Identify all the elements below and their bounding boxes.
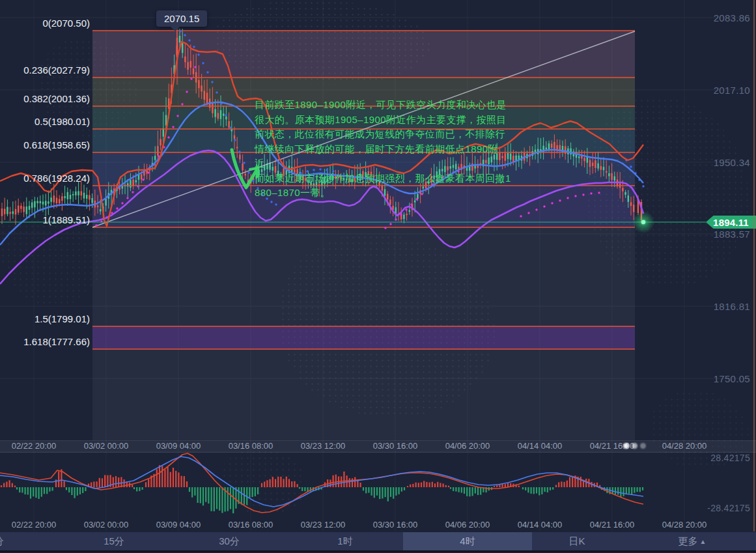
time-axis-label: 04/14 04:00: [518, 442, 563, 451]
fib-level-label: 0.236(2027.79): [23, 65, 90, 77]
time-axis-label: 02/22 20:00: [12, 442, 57, 451]
fib-level-label: 0.618(1958.65): [23, 140, 90, 152]
macd-max-label: 28.42175: [710, 453, 750, 462]
time-axis-label: 03/02 00:00: [84, 442, 129, 451]
time-axis-label: 03/16 08:00: [229, 442, 273, 451]
fib-level-label: 0.5(1980.01): [35, 117, 90, 128]
price-axis-label: 2083.86: [714, 13, 750, 23]
current-price-badge: 1894.11: [706, 215, 756, 229]
time-axis-label: 04/06 20:00: [445, 520, 490, 530]
peak-price-tooltip: 2070.15: [156, 10, 207, 27]
time-axis-label: 04/14 04:00: [518, 520, 563, 530]
time-axis-label: 03/23 12:00: [301, 520, 346, 530]
more-menu-button[interactable]: 更多 ▲: [672, 532, 713, 550]
fib-level-label: 1(1889.51): [42, 215, 90, 227]
price-axis-label: 1883.57: [714, 229, 750, 239]
fib-level-label: 0(2070.50): [42, 18, 90, 30]
time-axis-label: 04/06 20:00: [445, 442, 490, 451]
time-axis-label: 03/30 16:00: [373, 520, 418, 530]
price-chart-canvas[interactable]: [0, 0, 756, 553]
price-axis-label: 1750.05: [714, 374, 750, 384]
timeframe-tab-clipped[interactable]: 分: [0, 532, 7, 550]
timeframe-tab-30分[interactable]: 30分: [212, 532, 246, 550]
loading-indicator: [623, 441, 651, 450]
chevron-up-icon: ▲: [700, 538, 707, 545]
time-axis-label: 03/30 16:00: [373, 442, 418, 451]
time-axis-label: 04/28 20:00: [662, 442, 707, 451]
timeframe-tab-1时[interactable]: 1时: [331, 532, 359, 550]
price-axis-label: 1816.81: [714, 302, 750, 311]
trading-chart-app: 0(2070.50)0.236(2027.79)0.382(2001.36)0.…: [0, 0, 756, 553]
timeframe-tab-日K[interactable]: 日K: [562, 532, 591, 550]
time-axis-label: 03/09 04:00: [156, 520, 201, 530]
time-axis-label: 03/16 08:00: [229, 520, 273, 530]
time-axis-label: 03/02 00:00: [84, 520, 129, 530]
peak-price-value: 2070.15: [164, 13, 199, 24]
time-axis-label: 02/22 20:00: [12, 520, 57, 530]
fib-level-label: 1.618(1777.66): [23, 337, 90, 348]
time-axis-label: 04/28 20:00: [662, 520, 707, 530]
axis-border: [753, 0, 755, 532]
analysis-annotation: 目前跌至1890–1900附近，可见下跌空头力度和决心也是 很大的。原本预期19…: [255, 98, 515, 201]
time-axis-label: 03/23 12:00: [301, 442, 346, 451]
fib-level-label: 0.786(1928.24): [23, 173, 90, 185]
fib-level-label: 1.5(1799.01): [35, 314, 90, 326]
timeframe-tab-4时[interactable]: 4时: [403, 532, 532, 550]
time-axis-label: 03/09 04:00: [156, 442, 201, 451]
fib-level-label: 0.382(2001.36): [23, 94, 90, 106]
macd-min-label: -28.42175: [707, 503, 750, 513]
time-axis-label: 04/21 16:00: [590, 520, 635, 530]
price-axis-label: 2017.10: [714, 85, 750, 95]
timeframe-toolbar: 分 更多 ▲ 15分30分1时4时日K: [0, 532, 756, 552]
timeframe-tab-15分[interactable]: 15分: [97, 532, 131, 550]
more-label: 更多: [679, 535, 698, 548]
price-axis-label: 1950.34: [714, 158, 750, 167]
